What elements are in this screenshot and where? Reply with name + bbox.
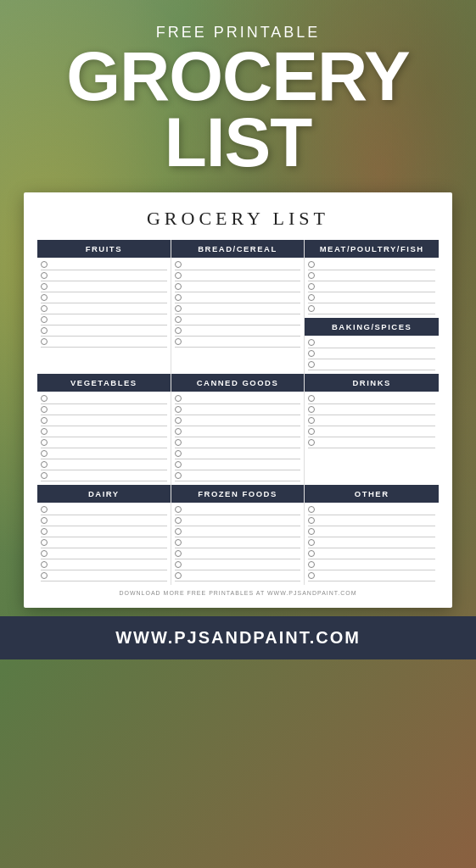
list-item bbox=[41, 337, 167, 348]
list-item bbox=[41, 438, 167, 448]
checkbox-circle bbox=[175, 428, 182, 435]
checkbox-circle bbox=[175, 572, 182, 579]
canned-list bbox=[171, 392, 305, 485]
list-item bbox=[308, 516, 435, 526]
list-item bbox=[308, 260, 435, 270]
list-item bbox=[41, 516, 167, 526]
checkbox-circle bbox=[41, 327, 48, 334]
drinks-column: DRINKS bbox=[305, 374, 439, 485]
list-item bbox=[175, 438, 301, 448]
list-item bbox=[308, 282, 435, 292]
other-column: OTHER bbox=[305, 485, 439, 585]
list-item bbox=[308, 271, 435, 281]
footer-url: WWW.PJSANDPAINT.COM bbox=[17, 628, 459, 648]
bread-section: BREAD/CEREAL bbox=[171, 240, 305, 374]
list-item bbox=[308, 549, 435, 559]
fruits-section: FRUITS bbox=[37, 240, 171, 374]
list-item bbox=[175, 460, 301, 470]
list-item bbox=[175, 416, 301, 426]
list-item bbox=[175, 527, 301, 537]
list-item bbox=[308, 438, 435, 448]
fruits-header: FRUITS bbox=[37, 240, 171, 258]
checkbox-circle bbox=[175, 316, 182, 323]
other-header: OTHER bbox=[305, 485, 439, 503]
checkbox-circle bbox=[41, 439, 48, 446]
checkbox-circle bbox=[308, 572, 315, 579]
list-item bbox=[175, 471, 301, 481]
bread-list bbox=[171, 258, 305, 351]
list-item bbox=[41, 571, 167, 581]
checkbox-circle bbox=[41, 528, 48, 535]
drinks-header: DRINKS bbox=[305, 374, 439, 392]
vegetables-section: VEGETABLES bbox=[37, 374, 171, 485]
header-title-line1: GROCERY bbox=[17, 43, 459, 109]
list-item bbox=[308, 360, 435, 370]
checkbox-circle bbox=[308, 406, 315, 413]
checkbox-circle bbox=[175, 338, 182, 345]
list-item bbox=[308, 405, 435, 415]
frozen-list bbox=[171, 503, 305, 585]
list-item bbox=[41, 293, 167, 303]
list-item bbox=[175, 337, 301, 348]
checkbox-circle bbox=[175, 294, 182, 301]
list-item bbox=[308, 427, 435, 437]
list-item bbox=[41, 560, 167, 570]
canned-section: CANNED GOODS bbox=[171, 374, 305, 485]
checkbox-circle bbox=[41, 272, 48, 279]
list-item bbox=[41, 326, 167, 337]
vegetables-list bbox=[37, 392, 171, 485]
checkbox-circle bbox=[41, 572, 48, 579]
list-item bbox=[175, 326, 301, 337]
list-item bbox=[308, 505, 435, 515]
list-item bbox=[308, 293, 435, 303]
list-item bbox=[41, 394, 167, 404]
checkbox-circle bbox=[41, 338, 48, 345]
list-item bbox=[308, 538, 435, 548]
checkbox-circle bbox=[175, 539, 182, 546]
list-item bbox=[41, 271, 167, 281]
list-item bbox=[175, 427, 301, 437]
checkbox-circle bbox=[41, 305, 48, 312]
checkbox-circle bbox=[308, 272, 315, 279]
checkbox-circle bbox=[41, 506, 48, 513]
list-item bbox=[175, 449, 301, 459]
checkbox-circle bbox=[175, 327, 182, 334]
list-item bbox=[41, 527, 167, 537]
checkbox-circle bbox=[308, 517, 315, 524]
checkbox-circle bbox=[41, 461, 48, 468]
checkbox-circle bbox=[41, 428, 48, 435]
list-item bbox=[175, 560, 301, 570]
list-item bbox=[41, 282, 167, 292]
header: FREE PRINTABLE GROCERY LIST bbox=[0, 0, 476, 192]
checkbox-circle bbox=[175, 272, 182, 279]
checkbox-circle bbox=[308, 261, 315, 268]
list-item bbox=[41, 315, 167, 326]
list-item bbox=[175, 549, 301, 559]
checkbox-circle bbox=[308, 339, 315, 346]
list-item bbox=[175, 315, 301, 326]
list-item bbox=[41, 416, 167, 426]
checkbox-circle bbox=[175, 283, 182, 290]
checkbox-circle bbox=[41, 316, 48, 323]
checkbox-circle bbox=[308, 305, 315, 312]
checkbox-circle bbox=[41, 450, 48, 457]
checkbox-circle bbox=[41, 395, 48, 402]
list-item bbox=[175, 394, 301, 404]
list-item bbox=[41, 260, 167, 270]
list-item bbox=[175, 282, 301, 292]
checkbox-circle bbox=[308, 550, 315, 557]
checkbox-circle bbox=[308, 561, 315, 568]
checkbox-circle bbox=[175, 472, 182, 479]
checkbox-circle bbox=[41, 417, 48, 424]
list-item bbox=[308, 394, 435, 404]
list-item bbox=[175, 516, 301, 526]
checkbox-circle bbox=[175, 461, 182, 468]
list-item bbox=[41, 304, 167, 314]
list-item bbox=[41, 471, 167, 481]
list-item bbox=[308, 416, 435, 426]
list-item bbox=[41, 505, 167, 515]
checkbox-circle bbox=[308, 506, 315, 513]
meat-list bbox=[305, 258, 439, 318]
checkbox-circle bbox=[41, 406, 48, 413]
drinks-list bbox=[305, 392, 439, 452]
